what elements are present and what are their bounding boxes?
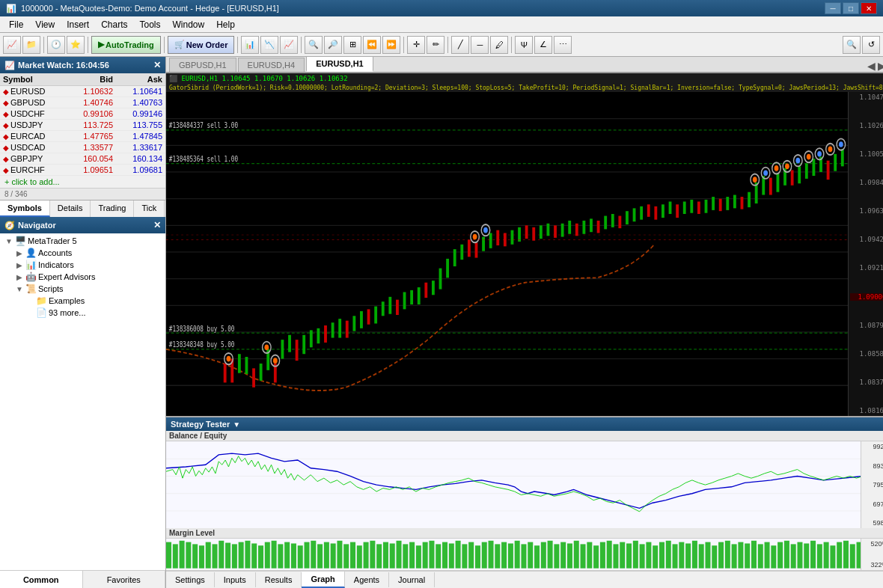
svg-rect-172 [376,545,382,569]
navigator-item-metatrader-5[interactable]: ▼🖥️MetaTrader 5 [1,235,164,247]
market-watch-row[interactable]: ◆GBPJPY160.054160.134 [0,153,165,165]
st-tab-inputs[interactable]: Inputs [215,572,256,587]
balance-y4: 5982 [863,519,883,527]
st-tab-results[interactable]: Results [256,572,302,587]
menu-insert[interactable]: Insert [61,18,95,31]
toolbar-search[interactable]: 🔍 [843,36,861,54]
nav-tab-common[interactable]: Common [0,571,83,588]
toolbar-chart-line[interactable]: 📈 [280,36,298,54]
chart-main-area[interactable]: #138484337 sell 3.00 #138485364 sell 1.0… [166,92,848,416]
toolbar-refresh[interactable]: ↺ [862,36,880,54]
menu-tools[interactable]: Tools [134,18,167,31]
price-label-4: 1.09630 [850,207,883,215]
minimize-button[interactable]: ─ [825,2,841,14]
st-tab-journal[interactable]: Journal [389,572,435,587]
toolbar-crosshair[interactable]: ✛ [407,36,425,54]
toolbar-sep7 [447,37,448,53]
toolbar-fib[interactable]: Ψ [515,36,533,54]
menu-charts[interactable]: Charts [95,18,133,31]
market-watch-row[interactable]: ◆USDJPY113.725113.755 [0,120,165,131]
menu-view[interactable]: View [29,18,61,31]
market-watch-row[interactable]: ◆EURUSD1.106321.10641 [0,86,165,97]
toolbar-open[interactable]: 📁 [22,36,40,54]
svg-rect-100 [827,161,830,180]
toolbar-draw[interactable]: ✏ [427,36,444,54]
navigator-item-expert-advisors[interactable]: ▶🤖Expert Advisors [1,271,164,283]
navigator-item-examples[interactable]: 📁Examples [1,295,164,307]
toolbar-star[interactable]: ⭐ [67,36,85,54]
svg-point-124 [807,154,811,160]
svg-rect-150 [232,545,237,569]
svg-point-126 [817,151,822,157]
toolbar-more[interactable]: ⋯ [554,36,572,54]
navigator-item-accounts[interactable]: ▶👤Accounts [1,247,164,259]
navigator-close[interactable]: ✕ [153,220,161,230]
st-tab-settings[interactable]: Settings [166,572,215,587]
mw-tab-symbols[interactable]: Symbols [0,200,50,217]
nav-tab-favorites[interactable]: Favorites [83,571,166,588]
autotrading-button[interactable]: ▶ AutoTrading [91,36,161,54]
market-watch-add[interactable]: + click to add... [0,176,165,188]
strategy-tester-title: Strategy Tester [171,420,230,429]
market-watch-row[interactable]: ◆EURCHF1.096511.09681 [0,165,165,176]
svg-rect-38 [382,301,385,316]
svg-rect-140 [166,542,171,569]
navigator-item-scripts[interactable]: ▼📜Scripts [1,283,164,295]
svg-rect-89 [748,192,751,207]
market-watch-close[interactable]: ✕ [153,60,161,70]
menu-file[interactable]: File [3,18,29,31]
st-tab-agents[interactable]: Agents [345,572,389,587]
toolbar-zoom-in[interactable]: 🔍 [305,36,323,54]
toolbar-fit[interactable]: ⊞ [343,36,361,54]
toolbar-new-chart[interactable]: 📈 [3,36,21,54]
toolbar-line[interactable]: ╱ [451,36,469,54]
close-button[interactable]: ✕ [861,2,877,14]
market-watch-row[interactable]: ◆GBPUSD1.407461.40763 [0,97,165,108]
strategy-tester-tabs: Settings Inputs Results Graph Agents Jou… [166,571,883,588]
mw-tab-details[interactable]: Details [50,200,91,217]
mw-tab-tick[interactable]: Tick [134,200,165,217]
menu-help[interactable]: Help [210,18,241,31]
svg-rect-18 [238,354,241,373]
svg-rect-63 [561,224,564,237]
toolbar-pen[interactable]: 🖊 [490,36,508,54]
market-watch-row[interactable]: ◆USDCAD1.335771.33617 [0,142,165,153]
navigator-item-93-more...[interactable]: 📄93 more... [1,307,164,319]
col-symbol: Symbol [0,73,67,86]
svg-rect-68 [597,221,600,233]
toolbar-angle[interactable]: ∠ [534,36,552,54]
chart-tab-gbpusd[interactable]: GBPUSD,H1 [169,58,236,72]
new-order-button[interactable]: 🛒 New Order [168,36,235,54]
margin-level-section: Margin Level [166,528,883,570]
toolbar-scroll-back[interactable]: ⏪ [363,36,381,54]
svg-rect-189 [489,541,494,569]
market-watch-row[interactable]: ◆EURCAD1.477651.47845 [0,131,165,142]
chart-tab-eurusd-h4[interactable]: EURUSD,H4 [238,58,305,72]
mw-tab-trading[interactable]: Trading [91,200,134,217]
toolbar-hline[interactable]: ─ [471,36,489,54]
chart-canvas[interactable]: ⬛ EURUSD,H1 1.10645 1.10670 1.10626 1.10… [166,73,883,416]
svg-rect-224 [718,542,724,569]
market-watch-row[interactable]: ◆USDCHF0.991060.99146 [0,108,165,120]
navigator-item-indicators[interactable]: ▶📊Indicators [1,259,164,271]
toolbar-chart-candle[interactable]: 📉 [260,36,278,54]
toolbar-zoom-out[interactable]: 🔎 [324,36,342,54]
margin-level-graph[interactable]: 520% 322% [166,539,883,570]
nav-item-label: Accounts [38,248,162,257]
st-tab-graph[interactable]: Graph [302,572,344,588]
menu-window[interactable]: Window [167,18,211,31]
svg-rect-157 [278,545,283,569]
balance-y0: 9920 [863,443,883,450]
svg-rect-50 [468,239,471,257]
svg-rect-67 [590,218,593,232]
toolbar-scroll-fwd[interactable]: ⏩ [382,36,400,54]
svg-rect-204 [587,542,592,569]
market-watch: 📈 Market Watch: 16:04:56 ✕ Symbol Bid As… [0,57,165,217]
chart-tab-scroll[interactable]: ◀ ▶ [867,60,883,72]
toolbar-history[interactable]: 🕐 [47,36,65,54]
maximize-button[interactable]: □ [843,2,859,14]
toolbar-chart-bar[interactable]: 📊 [241,36,259,54]
svg-rect-194 [521,545,526,569]
chart-tab-eurusd-h1[interactable]: EURUSD,H1 [306,56,373,72]
balance-equity-graph[interactable]: 9920 8938 7956 6974 5982 [166,441,883,528]
